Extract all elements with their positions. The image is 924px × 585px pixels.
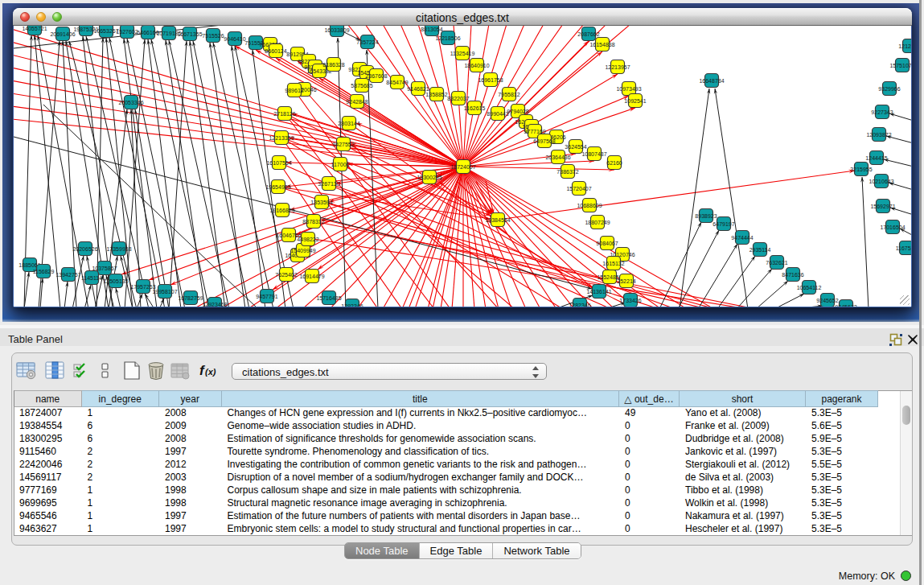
svg-text:10654112: 10654112: [797, 285, 822, 290]
svg-text:14055721: 14055721: [22, 26, 47, 31]
svg-text:10688609: 10688609: [577, 203, 602, 208]
svg-text:10210643: 10210643: [869, 179, 893, 184]
svg-text:3624554: 3624554: [565, 144, 586, 150]
svg-text:15751074: 15751074: [889, 63, 911, 68]
svg-text:15692971: 15692971: [870, 204, 895, 209]
svg-text:9245652: 9245652: [816, 298, 838, 303]
svg-text:12505135: 12505135: [103, 278, 128, 284]
svg-text:15716485: 15716485: [316, 295, 341, 301]
svg-text:1167533: 1167533: [896, 245, 911, 251]
svg-text:9329966: 9329966: [878, 86, 900, 92]
svg-text:(x): (x): [205, 367, 216, 377]
svg-text:19654985: 19654985: [265, 184, 290, 190]
svg-text:1156829: 1156829: [33, 269, 55, 274]
svg-text:6497568: 6497568: [533, 138, 555, 144]
svg-text:12923468: 12923468: [202, 302, 227, 307]
svg-text:9245672: 9245672: [835, 304, 856, 307]
svg-text:8322037: 8322037: [447, 96, 469, 101]
svg-text:1145114: 1145114: [81, 275, 102, 281]
svg-text:16107554: 16107554: [266, 160, 291, 166]
svg-text:20206526: 20206526: [72, 246, 97, 252]
svg-text:6479197: 6479197: [713, 221, 734, 227]
svg-text:9457791: 9457791: [256, 294, 277, 299]
svg-text:16914479: 16914479: [299, 274, 324, 279]
svg-text:17359938: 17359938: [106, 246, 131, 252]
svg-text:12218506: 12218506: [435, 35, 460, 41]
svg-text:2935114: 2935114: [749, 247, 771, 253]
svg-text:7625402: 7625402: [275, 272, 297, 278]
svg-text:12213359: 12213359: [269, 135, 294, 141]
svg-text:16782759: 16782759: [178, 295, 203, 301]
svg-text:9227343: 9227343: [871, 109, 893, 115]
svg-text:1092541: 1092541: [624, 98, 646, 104]
svg-text:17016504: 17016504: [880, 225, 905, 230]
svg-text:117006: 117006: [331, 162, 350, 167]
svg-text:11325419: 11325419: [450, 51, 475, 56]
svg-text:1733426: 1733426: [619, 298, 641, 303]
svg-text:18300295: 18300295: [417, 175, 441, 180]
svg-text:1212455: 1212455: [898, 43, 911, 49]
svg-text:7515526: 7515526: [202, 33, 224, 39]
svg-text:8186328: 8186328: [322, 62, 344, 68]
svg-text:2718126: 2718126: [273, 111, 295, 117]
svg-text:2367608: 2367608: [365, 73, 387, 79]
svg-text:252214: 252214: [617, 278, 635, 284]
svg-text:19958107: 19958107: [152, 289, 177, 295]
svg-text:8660124: 8660124: [265, 48, 286, 54]
svg-text:9242848: 9242848: [346, 99, 368, 105]
svg-text:16033809: 16033809: [324, 27, 349, 33]
svg-text:2803144: 2803144: [338, 121, 359, 126]
svg-text:1358852: 1358852: [425, 92, 447, 97]
svg-text:1282346: 1282346: [569, 303, 590, 307]
svg-text:1244415: 1244415: [865, 155, 887, 161]
svg-text:9046410: 9046410: [224, 36, 245, 42]
svg-text:20691406: 20691406: [50, 31, 75, 37]
svg-text:13942757: 13942757: [55, 272, 80, 278]
svg-text:18724007: 18724007: [450, 164, 475, 170]
svg-text:7632621: 7632621: [766, 260, 787, 266]
svg-text:9794028: 9794028: [507, 109, 528, 114]
svg-text:2087662: 2087662: [577, 31, 599, 37]
svg-text:16671355: 16671355: [177, 31, 202, 37]
svg-text:14136141: 14136141: [586, 289, 611, 295]
svg-text:16154838: 16154838: [589, 42, 614, 47]
svg-text:15720407: 15720407: [566, 186, 591, 192]
svg-text:3267130: 3267130: [318, 181, 339, 187]
svg-text:1353594: 1353594: [310, 200, 332, 205]
svg-text:12213957: 12213957: [605, 64, 630, 70]
svg-text:8878312: 8878312: [302, 219, 324, 225]
svg-text:9777169: 9777169: [524, 129, 545, 134]
svg-text:1615132: 1615132: [602, 261, 624, 266]
svg-text:62160: 62160: [606, 160, 622, 166]
svg-text:10807487: 10807487: [581, 151, 606, 157]
svg-text:5875685: 5875685: [351, 83, 372, 89]
svg-text:10973493: 10973493: [616, 86, 641, 92]
svg-text:9474444: 9474444: [731, 235, 753, 241]
svg-text:18807249: 18807249: [585, 220, 610, 225]
svg-text:8454749: 8454749: [386, 80, 408, 85]
svg-text:8471636: 8471636: [782, 272, 803, 278]
svg-text:9427552: 9427552: [332, 142, 354, 147]
svg-text:989612: 989612: [285, 88, 303, 93]
svg-text:12093872: 12093872: [866, 132, 891, 138]
svg-text:10653267: 10653267: [93, 28, 118, 34]
svg-text:4498222: 4498222: [297, 237, 318, 242]
svg-text:15409949: 15409949: [290, 248, 315, 253]
svg-text:8938923: 8938923: [695, 213, 717, 219]
svg-text:19384554: 19384554: [485, 217, 510, 223]
svg-text:16648784: 16648784: [699, 78, 724, 84]
svg-text:9146821: 9146821: [407, 86, 429, 92]
svg-text:8990443: 8990443: [487, 111, 508, 117]
svg-text:7357224: 7357224: [356, 39, 378, 45]
svg-text:8813054: 8813054: [421, 27, 442, 32]
svg-text:7955812: 7955812: [498, 92, 519, 97]
svg-text:1527602: 1527602: [116, 29, 138, 35]
svg-text:16961758: 16961758: [478, 77, 503, 83]
svg-text:3215955: 3215955: [850, 167, 872, 172]
svg-text:7386372: 7386372: [556, 169, 578, 175]
svg-text:20053346: 20053346: [118, 100, 143, 105]
svg-text:20364436: 20364436: [545, 154, 570, 160]
svg-text:1162615: 1162615: [464, 105, 486, 111]
svg-text:19166825: 19166825: [269, 208, 294, 213]
svg-text:18640910: 18640910: [464, 63, 489, 68]
